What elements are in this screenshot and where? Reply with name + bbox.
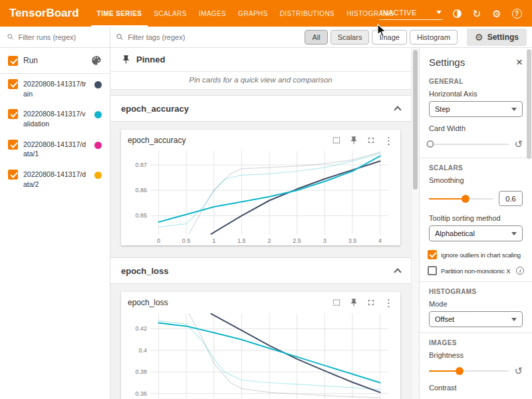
- tab-distributions[interactable]: DISTRIBUTIONS: [274, 0, 340, 27]
- section-epoch-loss[interactable]: epoch_loss: [110, 257, 411, 284]
- svg-text:3.5: 3.5: [348, 237, 357, 244]
- tag-filter-box: [116, 33, 301, 41]
- epoch-loss-card-area: epoch_loss ⋮ 00.511.522.533.540.360.380.…: [110, 284, 411, 399]
- run-row-train[interactable]: 20220808-141317/train: [0, 74, 110, 104]
- svg-text:1.5: 1.5: [237, 237, 246, 244]
- main-content: Pinned Pin cards for a quick view and co…: [110, 48, 411, 399]
- svg-text:2.5: 2.5: [293, 237, 301, 244]
- collapse-section-icon[interactable]: [394, 106, 401, 113]
- search-icon: [116, 33, 124, 41]
- run-color-dot: [94, 172, 102, 179]
- run-color-dot: [94, 142, 102, 149]
- epoch-accuracy-chart[interactable]: 00.511.522.533.540.850.860.87: [126, 147, 395, 245]
- tag-filter-input[interactable]: [128, 33, 301, 41]
- smoothing-value-input[interactable]: [499, 191, 523, 206]
- chip-image[interactable]: Image: [372, 30, 407, 45]
- pin-icon: [121, 55, 131, 65]
- ignore-outliers-row[interactable]: Ignore outliers in chart scaling: [420, 247, 532, 263]
- settings-panel-header: Settings ×: [420, 48, 532, 73]
- settings-gear-icon[interactable]: ⚙: [491, 7, 503, 19]
- run-row-data-2[interactable]: 20220808-141317/data/2: [0, 164, 110, 194]
- runs-header-label: Run: [23, 56, 86, 65]
- help-icon[interactable]: ?: [511, 7, 523, 19]
- section-title: epoch_accuracy: [121, 104, 189, 114]
- chip-all[interactable]: All: [305, 30, 327, 45]
- fullscreen-icon[interactable]: [366, 136, 376, 145]
- more-options-icon[interactable]: ⋮: [384, 298, 394, 308]
- more-options-icon[interactable]: ⋮: [384, 136, 394, 146]
- settings-scrollbar-thumb[interactable]: [527, 49, 531, 159]
- section-epoch-accuracy[interactable]: epoch_accuracy: [110, 95, 411, 122]
- chevron-down-icon: [511, 318, 517, 321]
- tab-scalars[interactable]: SCALARS: [148, 0, 193, 27]
- reload-status-dropdown[interactable]: INACTIVE: [379, 7, 443, 20]
- reset-brightness-icon[interactable]: ↺: [514, 366, 523, 376]
- runs-sidebar: Run 20220808-141317/train 20220808-14131…: [0, 48, 110, 399]
- section-title: epoch_loss: [121, 266, 169, 276]
- scalars-section-label: SCALARS: [420, 160, 532, 174]
- run-checkbox[interactable]: [8, 109, 18, 119]
- chip-histogram[interactable]: Histogram: [410, 30, 458, 45]
- card-width-row: ↺: [420, 134, 532, 155]
- main-scrollbar-thumb[interactable]: [413, 50, 418, 190]
- divider: [420, 281, 532, 282]
- info-icon[interactable]: i: [516, 267, 524, 275]
- card-width-slider[interactable]: [429, 144, 509, 145]
- reset-card-width-icon[interactable]: ↺: [514, 139, 523, 149]
- fullscreen-icon[interactable]: [366, 298, 376, 307]
- tab-images[interactable]: IMAGES: [193, 0, 232, 27]
- brightness-slider[interactable]: [429, 370, 509, 372]
- chart-card-header: epoch_accuracy ⋮: [121, 130, 400, 147]
- run-row-data-1[interactable]: 20220808-141317/data/1: [0, 134, 110, 164]
- select-all-runs-checkbox[interactable]: [8, 56, 18, 66]
- fit-domain-icon[interactable]: [332, 136, 341, 145]
- refresh-icon[interactable]: ↻: [471, 7, 483, 19]
- theme-toggle-icon[interactable]: [451, 7, 463, 19]
- contrast-row: ↺: [420, 394, 532, 399]
- settings-button[interactable]: ⚙ Settings: [467, 29, 527, 46]
- tab-time-series[interactable]: TIME SERIES: [91, 0, 148, 27]
- smoothing-slider[interactable]: [429, 198, 493, 200]
- smoothing-label: Smoothing: [420, 174, 532, 186]
- horizontal-axis-select[interactable]: Step: [429, 101, 523, 117]
- epoch-accuracy-card-area: epoch_accuracy ⋮ 00.511.522.533.540.850.…: [110, 122, 411, 257]
- filter-toolbar: All Scalars Image Histogram ⚙ Settings: [0, 27, 532, 48]
- run-filter-input[interactable]: [18, 33, 103, 41]
- run-checkbox[interactable]: [8, 170, 18, 180]
- run-name: 20220808-141317/data/2: [23, 170, 89, 189]
- partition-x-axis-row[interactable]: Partition non-monotonic X axis i: [420, 263, 532, 279]
- settings-panel-title: Settings: [429, 57, 465, 68]
- run-checkbox[interactable]: [8, 79, 18, 89]
- histogram-mode-select[interactable]: Offset: [429, 311, 523, 327]
- search-icon: [7, 33, 14, 41]
- tooltip-sorting-value: Alphabetical: [435, 229, 475, 237]
- histogram-mode-label: Mode: [420, 298, 532, 310]
- ignore-outliers-label: Ignore outliers in chart scaling: [441, 251, 521, 259]
- svg-text:0.85: 0.85: [135, 212, 147, 219]
- fit-domain-icon[interactable]: [332, 298, 341, 307]
- pin-card-icon[interactable]: [349, 298, 358, 307]
- tab-graphs[interactable]: GRAPHS: [232, 0, 274, 27]
- collapse-section-icon[interactable]: [394, 268, 401, 275]
- chip-scalars[interactable]: Scalars: [331, 30, 370, 45]
- svg-text:0.5: 0.5: [182, 237, 191, 244]
- pinned-title: Pinned: [136, 55, 165, 65]
- pinned-hint: Pin cards for a quick view and compariso…: [110, 72, 411, 90]
- close-icon[interactable]: ×: [516, 57, 523, 68]
- gear-icon: ⚙: [475, 32, 483, 43]
- epoch-loss-chart[interactable]: 00.511.522.533.540.360.380.40.42: [126, 309, 395, 399]
- run-checkbox[interactable]: [8, 140, 18, 150]
- pin-card-icon[interactable]: [349, 136, 358, 145]
- ignore-outliers-checkbox[interactable]: [428, 250, 437, 259]
- partition-x-axis-checkbox[interactable]: [428, 266, 437, 275]
- tag-toolbar: All Scalars Image Histogram ⚙ Settings: [110, 27, 532, 47]
- divider: [420, 158, 532, 158]
- partition-x-axis-label: Partition non-monotonic X axis: [441, 267, 512, 275]
- svg-text:0.38: 0.38: [135, 368, 147, 375]
- card-width-label: Card Width: [420, 122, 532, 134]
- images-section-label: IMAGES: [420, 334, 532, 349]
- run-row-validation[interactable]: 20220808-141317/validation: [0, 104, 110, 134]
- svg-text:0.87: 0.87: [135, 162, 147, 168]
- tooltip-sorting-select[interactable]: Alphabetical: [429, 225, 523, 241]
- chart-card-actions: ⋮: [332, 136, 394, 146]
